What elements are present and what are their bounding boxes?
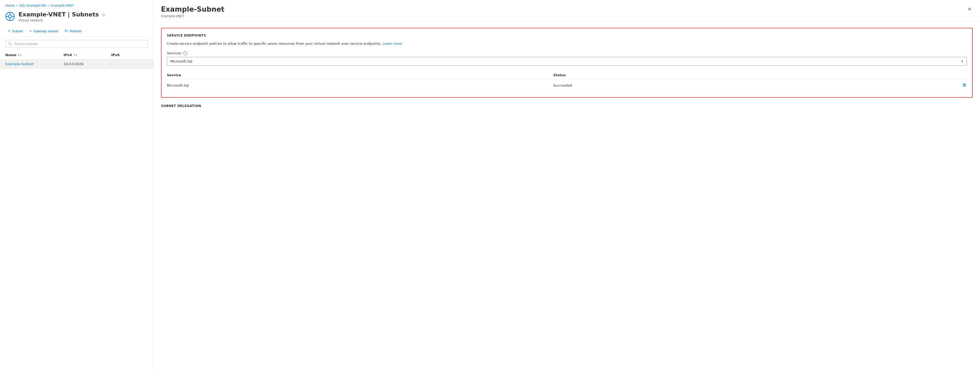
add-subnet-button[interactable]: + Subnet: [5, 27, 26, 35]
subnet-delegation-section: SUBNET DELEGATION: [161, 104, 973, 108]
refresh-label: Refresh: [70, 29, 82, 33]
col-header-name: Name ↑↓: [5, 53, 64, 57]
right-panel: Example-Subnet Example-VNET ✕ SERVICE EN…: [154, 0, 980, 371]
sort-ipv4-icon[interactable]: ↑↓: [73, 54, 78, 56]
services-select-value: Microsoft.Sql: [170, 59, 192, 63]
toolbar: + Subnet + Gateway subnet ↻ Refresh: [0, 25, 153, 37]
search-icon: [8, 42, 12, 46]
add-gateway-subnet-button[interactable]: + Gateway subnet: [27, 27, 61, 35]
service-endpoints-box: SERVICE ENDPOINTS Create service endpoin…: [161, 28, 973, 98]
services-info-icon[interactable]: i: [183, 51, 187, 55]
search-area: [0, 37, 153, 51]
learn-more-link[interactable]: Learn more: [383, 41, 402, 46]
detail-header-text: Example-Subnet Example-VNET: [161, 5, 224, 18]
svg-point-1: [8, 15, 12, 18]
col-header-service: Service: [167, 71, 553, 80]
delete-icon[interactable]: [962, 83, 967, 88]
breadcrumb-sep2: >: [48, 4, 50, 7]
detail-header: Example-Subnet Example-VNET ✕: [154, 0, 980, 21]
subnets-table: Name ↑↓ IPv4 ↑↓ IPv6 Example-Subnet 10.0…: [0, 51, 153, 371]
service-endpoints-desc: Create service endpoint policies to allo…: [167, 41, 967, 46]
page-subtitle: Virtual network: [19, 19, 106, 22]
page-header-text: Example-VNET | Subnets ☆ Virtual network: [19, 11, 106, 22]
left-panel: Home > SQL-Example-RG > Example-VNET Exa…: [0, 0, 154, 371]
service-delete-cell[interactable]: [883, 79, 967, 92]
refresh-button[interactable]: ↻ Refresh: [62, 27, 84, 35]
services-select[interactable]: Microsoft.Sql ∨: [167, 57, 967, 66]
breadcrumb-sep1: >: [16, 4, 18, 7]
page-header: Example-VNET | Subnets ☆ Virtual network: [0, 9, 153, 25]
subnet-delegation-title: SUBNET DELEGATION: [161, 104, 973, 108]
services-label: Services i: [167, 51, 967, 55]
detail-title: Example-Subnet: [161, 5, 224, 13]
search-input[interactable]: [14, 42, 145, 46]
subnet-name-cell[interactable]: Example-Subnet: [5, 62, 64, 66]
col-header-ipv4: IPv4 ↑↓: [64, 53, 111, 57]
subnet-ipv4-cell: 10.0.0.0/24: [64, 62, 111, 66]
trash-icon: [962, 83, 967, 88]
service-row: Microsoft.Sql Succeeded: [167, 79, 967, 92]
chevron-down-icon: ∨: [961, 59, 963, 63]
service-endpoints-title: SERVICE ENDPOINTS: [167, 33, 967, 37]
refresh-icon: ↻: [65, 29, 68, 33]
col-header-ipv6: IPv6: [111, 53, 148, 57]
service-endpoints-table: Service Status Microsoft.Sql Succeeded: [167, 71, 967, 92]
breadcrumb-vnet[interactable]: Example-VNET: [51, 4, 74, 7]
table-row[interactable]: Example-Subnet 10.0.0.0/24 -: [0, 59, 153, 69]
detail-body: SERVICE ENDPOINTS Create service endpoin…: [154, 21, 980, 371]
service-name-cell: Microsoft.Sql: [167, 79, 553, 92]
service-status-cell: Succeeded: [553, 79, 883, 92]
breadcrumb-rg[interactable]: SQL-Example-RG: [19, 4, 46, 7]
plus-gateway-icon: +: [29, 29, 32, 33]
svg-rect-8: [963, 84, 966, 87]
search-box[interactable]: [5, 40, 148, 48]
detail-subtitle: Example-VNET: [161, 14, 224, 18]
table-header: Name ↑↓ IPv4 ↑↓ IPv6: [0, 51, 153, 59]
col-header-status: Status: [553, 71, 883, 80]
subnet-label: Subnet: [12, 29, 23, 33]
svg-point-6: [8, 42, 11, 45]
breadcrumb-home[interactable]: Home: [5, 4, 14, 7]
toolbar-separator: [86, 28, 87, 33]
star-icon[interactable]: ☆: [102, 12, 106, 18]
breadcrumb: Home > SQL-Example-RG > Example-VNET: [0, 0, 153, 9]
subnet-ipv6-cell: -: [111, 62, 148, 66]
page-title: Example-VNET | Subnets: [19, 11, 99, 18]
plus-icon: +: [8, 29, 10, 33]
vnet-icon: [5, 12, 15, 21]
close-button[interactable]: ✕: [967, 5, 973, 13]
gateway-subnet-label: Gateway subnet: [33, 29, 58, 33]
svg-line-7: [11, 45, 12, 46]
sort-name-icon[interactable]: ↑↓: [18, 54, 22, 56]
